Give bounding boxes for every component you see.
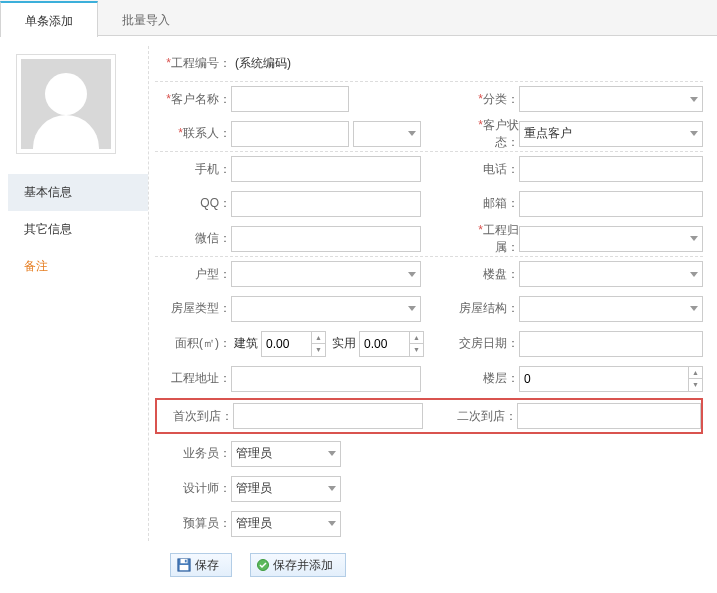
footer: 保存 保存并添加 (0, 547, 717, 589)
house-type-select[interactable] (231, 261, 421, 287)
svg-rect-3 (180, 565, 189, 570)
label-structure: 房屋结构： (457, 300, 519, 317)
chevron-down-icon (328, 521, 336, 526)
chevron-down-icon (328, 451, 336, 456)
check-circle-icon (257, 559, 269, 571)
label-first-visit: 首次到店： (157, 408, 233, 425)
label-contact: *联系人： (155, 125, 231, 142)
label-proj-number: *工程编号： (155, 55, 231, 72)
label-mobile: 手机： (155, 161, 231, 178)
estimator-select[interactable]: 管理员 (231, 511, 341, 537)
tabs: 单条添加 批量导入 (0, 0, 717, 36)
chevron-down-icon (690, 236, 698, 241)
label-estimator: 预算员： (155, 515, 231, 532)
chevron-down-icon (408, 306, 416, 311)
label-phone: 电话： (457, 161, 519, 178)
contact-title-select[interactable] (353, 121, 421, 147)
label-cust-status: *客户状态： (457, 117, 519, 151)
label-area: 面积(㎡)： (155, 335, 231, 352)
form-area: *工程编号： (系统编码) *客户名称： *分类： *联系人： *客户状态： 重… (148, 46, 709, 541)
avatar-placeholder-icon (21, 59, 111, 149)
proj-addr-input[interactable] (231, 366, 421, 392)
chevron-down-icon[interactable]: ▼ (689, 379, 702, 391)
content: 基本信息 其它信息 备注 *工程编号： (系统编码) *客户名称： *分类： *… (0, 36, 717, 547)
chevron-down-icon (690, 306, 698, 311)
chevron-down-icon (690, 272, 698, 277)
side-item-basic[interactable]: 基本信息 (8, 174, 148, 211)
proj-number-value: (系统编码) (235, 55, 291, 72)
highlighted-row: 首次到店： 二次到店： (155, 398, 703, 434)
label-email: 邮箱： (457, 195, 519, 212)
chevron-down-icon (328, 486, 336, 491)
label-proj-addr: 工程地址： (155, 370, 231, 387)
label-deliver-date: 交房日期： (457, 335, 519, 352)
save-button[interactable]: 保存 (170, 553, 232, 577)
label-floor: 楼层： (457, 370, 519, 387)
chevron-down-icon (690, 131, 698, 136)
first-visit-input[interactable] (233, 403, 423, 429)
deliver-date-input[interactable] (519, 331, 703, 357)
side-item-note[interactable]: 备注 (8, 248, 148, 285)
mobile-input[interactable] (231, 156, 421, 182)
label-second-visit: 二次到店： (455, 408, 517, 425)
tab-single-add[interactable]: 单条添加 (0, 1, 98, 37)
avatar[interactable] (16, 54, 116, 154)
chevron-up-icon[interactable]: ▲ (410, 332, 423, 345)
room-type-select[interactable] (231, 296, 421, 322)
cust-name-input[interactable] (231, 86, 349, 112)
label-designer: 设计师： (155, 480, 231, 497)
second-visit-input[interactable] (517, 403, 701, 429)
chevron-down-icon (408, 131, 416, 136)
save-icon (177, 558, 191, 572)
svg-rect-2 (185, 560, 187, 563)
chevron-down-icon (408, 272, 416, 277)
designer-select[interactable]: 管理员 (231, 476, 341, 502)
label-qq: QQ： (155, 195, 231, 212)
cust-status-select[interactable]: 重点客户 (519, 121, 703, 147)
label-area-build: 建筑 (234, 335, 258, 352)
category-select[interactable] (519, 86, 703, 112)
chevron-down-icon (690, 97, 698, 102)
contact-input[interactable] (231, 121, 349, 147)
proj-owner-select[interactable] (519, 226, 703, 252)
label-wechat: 微信： (155, 230, 231, 247)
wechat-input[interactable] (231, 226, 421, 252)
qq-input[interactable] (231, 191, 421, 217)
label-category: *分类： (457, 91, 519, 108)
area-usable-stepper[interactable]: ▲▼ (359, 331, 424, 357)
label-building: 楼盘： (457, 266, 519, 283)
phone-input[interactable] (519, 156, 703, 182)
label-area-usable: 实用 (332, 335, 356, 352)
label-salesman: 业务员： (155, 445, 231, 462)
tab-batch-import[interactable]: 批量导入 (98, 0, 194, 36)
area-build-stepper[interactable]: ▲▼ (261, 331, 326, 357)
floor-stepper[interactable]: ▲▼ (519, 366, 703, 392)
area-build-input[interactable] (261, 331, 311, 357)
chevron-up-icon[interactable]: ▲ (689, 367, 702, 380)
email-input[interactable] (519, 191, 703, 217)
building-select[interactable] (519, 261, 703, 287)
label-cust-name: *客户名称： (155, 91, 231, 108)
area-usable-input[interactable] (359, 331, 409, 357)
side-item-other[interactable]: 其它信息 (8, 211, 148, 248)
chevron-down-icon[interactable]: ▼ (312, 344, 325, 356)
salesman-select[interactable]: 管理员 (231, 441, 341, 467)
label-room-type: 房屋类型： (155, 300, 231, 317)
save-and-add-button[interactable]: 保存并添加 (250, 553, 346, 577)
chevron-up-icon[interactable]: ▲ (312, 332, 325, 345)
floor-input[interactable] (519, 366, 688, 392)
chevron-down-icon[interactable]: ▼ (410, 344, 423, 356)
sidebar: 基本信息 其它信息 备注 (8, 46, 148, 541)
label-house-type: 户型： (155, 266, 231, 283)
label-proj-owner: *工程归属： (457, 222, 519, 256)
structure-select[interactable] (519, 296, 703, 322)
